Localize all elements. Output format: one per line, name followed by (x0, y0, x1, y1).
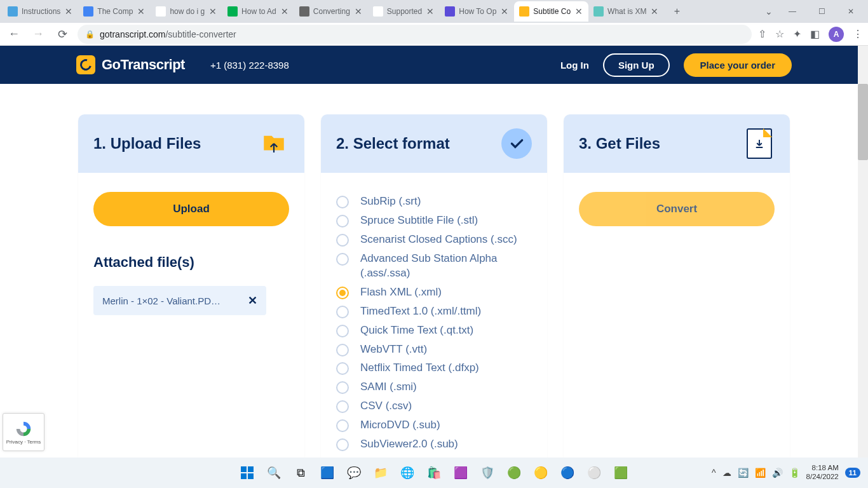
browser-tab[interactable]: how do i g✕ (151, 1, 222, 22)
task-view-icon[interactable]: ⧉ (292, 464, 309, 482)
tab-close-button[interactable]: ✕ (137, 7, 146, 16)
minimize-button[interactable]: — (778, 1, 807, 22)
format-option[interactable]: Spruce Subtitle File (.stl) (336, 214, 532, 228)
format-radio[interactable] (336, 438, 349, 451)
tab-close-button[interactable]: ✕ (280, 7, 289, 16)
close-window-button[interactable]: ✕ (836, 1, 865, 22)
format-radio[interactable] (336, 253, 349, 266)
app-icon-2[interactable]: 🛡️ (478, 464, 496, 482)
share-icon[interactable]: ⇧ (758, 28, 766, 40)
tray-update-icon[interactable]: 🔄 (738, 468, 749, 478)
edge-icon[interactable]: 🌐 (398, 464, 416, 482)
browser-tab[interactable]: The Comp✕ (78, 1, 151, 22)
tray-onedrive-icon[interactable]: ☁ (722, 468, 731, 478)
back-button[interactable]: ← (5, 25, 23, 43)
place-order-button[interactable]: Place your order (684, 53, 792, 77)
recaptcha-badge[interactable]: Privacy · Terms (3, 413, 44, 451)
tray-wifi-icon[interactable]: 📶 (755, 468, 766, 478)
format-radio[interactable] (336, 234, 349, 247)
tab-close-button[interactable]: ✕ (650, 7, 659, 16)
remove-file-button[interactable]: ✕ (248, 294, 257, 308)
format-radio[interactable] (336, 419, 349, 432)
system-clock[interactable]: 8:18 AM 8/24/2022 (806, 464, 839, 482)
format-radio[interactable] (336, 306, 349, 318)
tab-close-button[interactable]: ✕ (426, 7, 435, 16)
maximize-button[interactable]: ☐ (807, 1, 836, 22)
upload-button[interactable]: Upload (93, 192, 289, 226)
login-link[interactable]: Log In (560, 60, 589, 71)
tab-search-icon[interactable]: ⌄ (765, 6, 773, 17)
format-option[interactable]: SAMI (.smi) (336, 380, 532, 395)
browser-tab[interactable]: Supported✕ (368, 1, 440, 22)
reload-button[interactable]: ⟳ (53, 25, 71, 43)
sidepanel-icon[interactable]: ◧ (810, 28, 820, 40)
tab-strip: Instructions✕The Comp✕how do i g✕How to … (0, 0, 868, 23)
file-explorer-icon[interactable]: 📁 (372, 464, 390, 482)
chrome-icon-2[interactable]: 🟡 (532, 464, 550, 482)
format-radio[interactable] (336, 325, 349, 337)
widgets-icon[interactable]: 🟦 (318, 464, 336, 482)
browser-tab[interactable]: Instructions✕ (3, 1, 78, 22)
recaptcha-terms[interactable]: Terms (27, 439, 41, 445)
format-option[interactable]: Advanced Sub Station Alpha (.ass/.ssa) (336, 252, 532, 281)
tab-close-button[interactable]: ✕ (574, 7, 583, 16)
format-option[interactable]: Quick Time Text (.qt.txt) (336, 323, 532, 338)
chat-icon[interactable]: 💬 (345, 464, 363, 482)
tab-close-button[interactable]: ✕ (500, 7, 509, 16)
format-option[interactable]: SubRip (.srt) (336, 194, 532, 209)
site-header: GoTranscript +1 (831) 222-8398 Log In Si… (0, 46, 868, 84)
convert-button[interactable]: Convert (579, 192, 775, 226)
extensions-icon[interactable]: ✦ (793, 28, 801, 40)
brand-logo[interactable]: GoTranscript (76, 55, 185, 74)
profile-avatar[interactable]: A (829, 27, 844, 42)
format-option[interactable]: Flash XML (.xml) (336, 285, 532, 300)
app-icon-4[interactable]: ⚪ (585, 464, 603, 482)
address-bar[interactable]: 🔒 gotranscript.com/subtitle-converter (78, 25, 752, 44)
format-option[interactable]: MicroDVD (.sub) (336, 418, 532, 433)
browser-tab[interactable]: How To Op✕ (440, 1, 514, 22)
format-radio[interactable] (336, 196, 349, 208)
search-icon[interactable]: 🔍 (265, 464, 283, 482)
format-radio[interactable] (336, 287, 349, 299)
format-radio[interactable] (336, 400, 349, 413)
browser-tab[interactable]: Subtitle Co✕ (514, 1, 588, 22)
format-option[interactable]: WebVTT (.vtt) (336, 342, 532, 357)
page-scrollbar[interactable] (858, 46, 868, 458)
format-option[interactable]: TimedText 1.0 (.xml/.ttml) (336, 304, 532, 319)
format-radio[interactable] (336, 381, 349, 394)
new-tab-button[interactable]: + (668, 3, 686, 20)
format-label: Advanced Sub Station Alpha (.ass/.ssa) (360, 252, 532, 281)
tray-chevron-icon[interactable]: ^ (712, 468, 716, 478)
recaptcha-privacy[interactable]: Privacy (6, 439, 23, 445)
tray-battery-icon[interactable]: 🔋 (789, 468, 800, 478)
store-icon[interactable]: 🛍️ (425, 464, 443, 482)
tab-title: How To Op (459, 7, 496, 16)
format-option[interactable]: SubViewer2.0 (.sub) (336, 437, 532, 452)
format-radio[interactable] (336, 215, 349, 227)
notification-count[interactable]: 11 (845, 468, 860, 478)
tab-title: The Comp (97, 7, 133, 16)
bookmark-icon[interactable]: ☆ (775, 28, 784, 40)
tab-close-button[interactable]: ✕ (354, 7, 363, 16)
app-icon-3[interactable]: 🔵 (559, 464, 576, 482)
format-radio[interactable] (336, 344, 349, 356)
tray-volume-icon[interactable]: 🔊 (772, 468, 783, 478)
format-option[interactable]: Scenarist Closed Captions (.scc) (336, 233, 532, 247)
chrome-icon[interactable]: 🟢 (505, 464, 523, 482)
format-radio[interactable] (336, 362, 349, 375)
browser-tab[interactable]: Converting✕ (294, 1, 368, 22)
tab-close-button[interactable]: ✕ (208, 7, 217, 16)
browser-tab[interactable]: How to Ad✕ (222, 1, 294, 22)
menu-icon[interactable]: ⋮ (853, 28, 863, 40)
format-option[interactable]: CSV (.csv) (336, 399, 532, 414)
start-button[interactable] (238, 464, 256, 482)
app-icon-1[interactable]: 🟪 (452, 464, 470, 482)
phone-number[interactable]: +1 (831) 222-8398 (210, 60, 289, 71)
forward-button[interactable]: → (29, 25, 47, 43)
scrollbar-thumb[interactable] (858, 84, 868, 160)
app-icon-5[interactable]: 🟩 (612, 464, 630, 482)
tab-close-button[interactable]: ✕ (64, 7, 73, 16)
browser-tab[interactable]: What is XM✕ (588, 1, 664, 22)
format-option[interactable]: Netflix Timed Text (.dfxp) (336, 361, 532, 376)
signup-button[interactable]: Sign Up (603, 53, 670, 77)
